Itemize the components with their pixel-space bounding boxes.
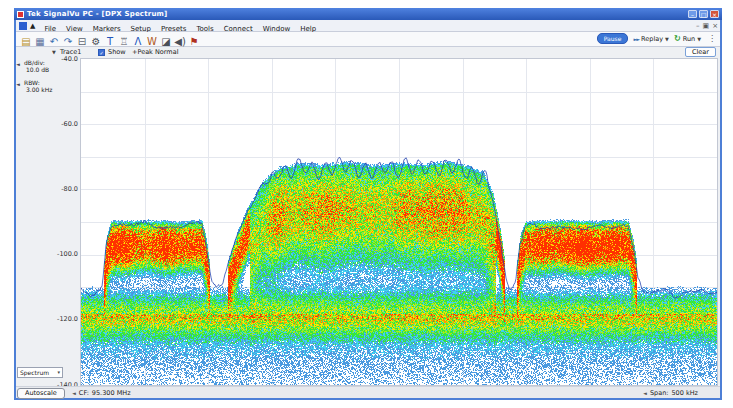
- save-icon[interactable]: ▦: [33, 35, 47, 48]
- span-readout[interactable]: ◄ Span: 500 kHz: [643, 389, 698, 397]
- maximize-button[interactable]: □: [699, 10, 708, 18]
- span-marker-icon: ◄: [643, 390, 647, 396]
- view-selector-arrow-icon: ▾: [57, 368, 60, 377]
- more-options-icon[interactable]: ⋮: [708, 34, 716, 43]
- print-icon[interactable]: ⊟: [75, 35, 89, 48]
- cf-marker-icon: ◄: [72, 390, 76, 396]
- replay-dropdown-arrow-icon[interactable]: ▼: [665, 36, 669, 42]
- mdi-minimize-button[interactable]: –: [696, 21, 700, 31]
- mdi-restore-button[interactable]: ▣: [703, 21, 710, 31]
- run-icon: ↻: [674, 34, 681, 43]
- minimize-button[interactable]: –: [688, 10, 697, 18]
- settings-gear-icon[interactable]: ⚙: [89, 35, 103, 48]
- y-tick--40.0: -40.0: [38, 55, 78, 63]
- detection-selector[interactable]: +Peak Normal: [132, 48, 178, 56]
- app-window: Tek SignalVu PC - [DPX Spectrum] – □ × ▲…: [14, 8, 722, 400]
- app-logo-icon: [17, 11, 24, 18]
- dpx-bitmap-canvas[interactable]: [81, 59, 717, 385]
- rbw-spinner-icon[interactable]: ◄: [16, 81, 20, 88]
- flag-marker-icon[interactable]: ⚑: [187, 35, 201, 48]
- rbw-label: RBW:: [24, 79, 52, 86]
- peak-trace-icon[interactable]: Λ: [131, 35, 145, 48]
- child-window-icon[interactable]: ▲: [30, 22, 35, 30]
- replay-button[interactable]: ►► Replay ▼: [633, 35, 669, 43]
- cf-value: 95.300 MHz: [92, 389, 131, 397]
- rbw-setting[interactable]: ◄ RBW: 3.00 kHz: [17, 79, 52, 93]
- view-selector-dropdown[interactable]: Spectrum ▾: [17, 367, 63, 378]
- autoscale-button[interactable]: Autoscale: [17, 388, 65, 399]
- run-dropdown-arrow-icon[interactable]: ▼: [697, 36, 701, 42]
- y-tick--60.0: -60.0: [38, 120, 78, 128]
- pause-button[interactable]: Pause: [597, 33, 629, 44]
- db-div-spinner-icon[interactable]: ◄: [16, 61, 20, 68]
- span-label: Span:: [650, 389, 669, 397]
- clear-button[interactable]: Clear: [685, 47, 716, 57]
- acquire-icon[interactable]: ◪: [159, 35, 173, 48]
- y-tick--80.0: -80.0: [38, 185, 78, 193]
- show-label: Show: [108, 48, 126, 56]
- rbw-value[interactable]: 3.00 kHz: [26, 86, 52, 93]
- mdi-close-button[interactable]: ×: [712, 21, 718, 31]
- dpx-display-icon[interactable]: ♖: [117, 35, 131, 48]
- window-system-icon[interactable]: [19, 22, 27, 30]
- wave-trace-icon[interactable]: W: [145, 35, 159, 48]
- redo-icon[interactable]: ↷: [61, 35, 75, 48]
- status-bar: Autoscale ◄ CF: 95.300 MHz ◄ Span: 500 k…: [16, 386, 720, 398]
- center-frequency-readout[interactable]: ◄ CF: 95.300 MHz: [72, 389, 131, 397]
- span-value: 500 kHz: [671, 389, 698, 397]
- main-content: ▼ Trace1 ✓ Show +Peak Normal Clear ◄ dB/…: [16, 47, 720, 398]
- undo-icon[interactable]: ↶: [47, 35, 61, 48]
- replay-icon: ►►: [633, 36, 639, 42]
- toolbar: ▤▦↶↷⊟⚙T♖ΛW◪◀)⚑ Pause ►► Replay ▼ ↻ Run ▼…: [16, 32, 720, 47]
- show-checkbox[interactable]: ✓: [98, 49, 105, 56]
- cf-label: CF:: [79, 389, 89, 397]
- trace-settings-row: ▼ Trace1 ✓ Show +Peak Normal Clear: [16, 47, 720, 58]
- run-button[interactable]: ↻ Run ▼: [674, 34, 701, 43]
- db-div-value[interactable]: 10.0 dB: [26, 66, 49, 73]
- open-folder-icon[interactable]: ▤: [19, 35, 33, 48]
- close-button[interactable]: ×: [710, 10, 719, 18]
- spectrum-plot[interactable]: [80, 58, 718, 386]
- audio-icon[interactable]: ◀): [173, 35, 187, 48]
- y-tick--120.0: -120.0: [38, 315, 78, 323]
- text-marker-icon[interactable]: T: [103, 35, 117, 48]
- y-tick--100.0: -100.0: [38, 250, 78, 258]
- screenshot-stage: Tek SignalVu PC - [DPX Spectrum] – □ × ▲…: [0, 0, 733, 408]
- toolbar-icons: ▤▦↶↷⊟⚙T♖ΛW◪◀)⚑: [19, 30, 201, 49]
